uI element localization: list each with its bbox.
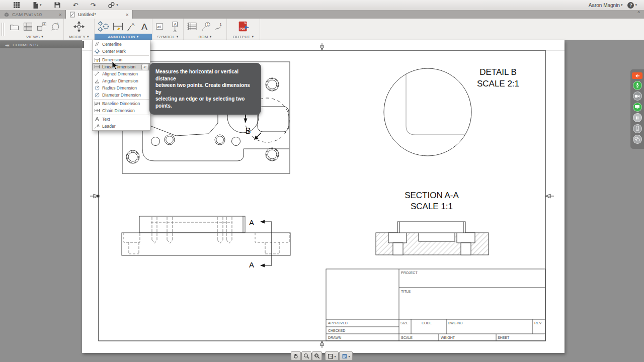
zoom-button[interactable]	[301, 351, 311, 360]
dimension-tool-icon[interactable]	[112, 20, 124, 33]
projected-view-icon[interactable]: A	[36, 21, 47, 33]
title-block[interactable]: PROJECT TITLE APPROVED CHECKED DRAWN SIZ…	[326, 269, 545, 341]
text-icon	[94, 116, 100, 122]
tb-code-label: CODE	[422, 321, 432, 325]
collapse-recorder-button[interactable]	[632, 72, 642, 79]
svg-text:1: 1	[207, 23, 209, 26]
symbol-dropdown[interactable]: SYMBOL ▾	[152, 34, 183, 40]
close-icon[interactable]: ×	[59, 12, 62, 17]
undo-button[interactable]: ↶	[73, 2, 78, 9]
menu-item-aligned-dimension[interactable]: Aligned Dimension	[93, 70, 150, 77]
ribbon-group-symbol: ⌀1 A SYMBOL ▾	[152, 19, 184, 40]
menu-item-center-mark[interactable]: Center Mark	[93, 48, 150, 55]
toolbar-grip	[0, 19, 6, 40]
arrow-left-icon	[634, 73, 640, 78]
modify-dropdown[interactable]: MODIFY ▾	[64, 34, 94, 40]
datum-icon[interactable]: A	[170, 21, 180, 33]
detail-b-view[interactable]: DETAIL B SCALE 2:1	[384, 67, 519, 156]
comments-panel-toggle[interactable]: ◀◀ COMMENTS	[0, 41, 84, 48]
pause-button[interactable]	[633, 113, 642, 122]
collapse-toolbar-chevron[interactable]: ^	[637, 11, 640, 16]
tb-sheet-label: SHEET	[498, 336, 510, 339]
screen-share-button[interactable]	[633, 103, 642, 112]
microphone-button[interactable]	[633, 81, 642, 90]
detail-view-icon[interactable]: A	[50, 21, 60, 33]
chevron-down-icon: ▾	[41, 35, 43, 39]
base-view-icon[interactable]	[23, 21, 33, 33]
user-name: Aaron Magnin	[589, 3, 620, 8]
undo-icon: ↶	[73, 2, 78, 9]
chain-dimension-icon	[94, 108, 100, 114]
folder-icon[interactable]	[9, 21, 20, 33]
app-grid-button[interactable]	[13, 2, 20, 9]
share-link-button[interactable]: ▾	[108, 2, 118, 9]
front-view[interactable]: A A	[122, 216, 290, 269]
menu-item-radius-dimension[interactable]: Radius Dimension	[93, 84, 150, 92]
view-settings-button[interactable]: ▾	[325, 351, 339, 360]
surface-texture-icon[interactable]: ⌀1	[155, 21, 167, 33]
user-menu[interactable]: Aaron Magnin ▾	[589, 3, 623, 8]
section-label-bottom: A	[249, 260, 254, 269]
menu-item-linear-dimension[interactable]: Linear Dimension ↵	[93, 63, 150, 70]
help-menu[interactable]: ? ▾	[627, 2, 637, 9]
section-view[interactable]: SECTION A-A SCALE 1:1	[376, 191, 489, 255]
linear-dimension-icon	[94, 64, 100, 70]
ribbon-group-modify: MODIFY ▾	[64, 19, 95, 40]
tb-title-label: TITLE	[401, 290, 411, 293]
move-icon[interactable]	[73, 21, 85, 33]
zoom-window-icon	[314, 353, 320, 359]
views-dropdown[interactable]: VIEWS ▾	[6, 34, 63, 40]
app-window: ▾ ↶ ↷ ▾	[0, 0, 644, 362]
redo-button[interactable]: ↷	[90, 2, 96, 9]
mouse-cursor	[112, 61, 119, 70]
tab-untitled[interactable]: Untitled* ×	[66, 10, 133, 19]
menu-item-dimension[interactable]: Dimension	[93, 56, 150, 63]
chevron-down-icon: ▾	[137, 35, 139, 39]
center-mark-tool-icon[interactable]	[98, 20, 109, 33]
chat-button[interactable]	[633, 135, 642, 144]
top-app-bar: ▾ ↶ ↷ ▾	[0, 0, 644, 11]
menu-item-diameter-dimension[interactable]: Diameter Dimension	[93, 92, 150, 99]
balloon-icon[interactable]: 1	[201, 21, 212, 33]
app-grid-icon	[13, 2, 20, 9]
bom-dropdown[interactable]: BOM ▾	[184, 34, 226, 40]
output-dropdown[interactable]: OUTPUT ▾	[227, 34, 260, 40]
angular-dimension-icon	[94, 78, 100, 84]
tab-cam-part[interactable]: CAM Part v10 ×	[0, 10, 66, 19]
pause-icon	[635, 116, 639, 120]
text-tool-icon[interactable]: A	[140, 21, 149, 33]
pan-button[interactable]	[291, 351, 301, 360]
camera-button[interactable]	[633, 92, 642, 101]
comments-label: COMMENTS	[13, 43, 38, 47]
ribbon-group-output: PDF OUTPUT ▾	[227, 19, 260, 40]
chevron-down-icon: ▾	[177, 35, 179, 39]
microphone-icon	[635, 82, 640, 88]
annotation-dropdown[interactable]: ANNOTATION ▾	[95, 34, 152, 40]
tb-drawn-label: DRAWN	[328, 336, 341, 339]
zoom-window-button[interactable]	[312, 351, 322, 360]
repeat-command-icon[interactable]: ↵	[141, 64, 149, 70]
menu-item-text[interactable]: Text	[93, 116, 150, 123]
menu-item-angular-dimension[interactable]: Angular Dimension	[93, 77, 150, 84]
tooltip-line: selecting an edge or by selecting two po…	[155, 96, 255, 109]
save-button[interactable]	[54, 2, 61, 9]
phone-button[interactable]	[633, 124, 642, 133]
ribbon-group-bom: 1 1 BOM ▾	[184, 19, 227, 40]
chat-bubbles-icon	[634, 137, 640, 142]
menu-separator	[94, 55, 149, 56]
menu-item-baseline-dimension[interactable]: Baseline Dimension	[93, 100, 150, 107]
leader-tool-icon[interactable]: A	[127, 21, 137, 33]
annotation-menu: Centerline Center Mark Dimension Linear …	[92, 40, 150, 131]
file-menu-button[interactable]: ▾	[32, 2, 42, 9]
table-icon[interactable]	[187, 21, 198, 33]
centerline-icon	[94, 41, 100, 47]
pdf-icon[interactable]: PDF	[237, 20, 250, 33]
menu-item-leader[interactable]: Leader	[93, 123, 150, 130]
menu-item-centerline[interactable]: Centerline	[93, 41, 150, 48]
menu-item-chain-dimension[interactable]: Chain Dimension	[93, 107, 150, 114]
close-icon[interactable]: ×	[126, 12, 129, 17]
display-settings-button[interactable]: ▾	[339, 351, 353, 360]
document-tab-bar: CAM Part v10 × Untitled* × ^	[0, 10, 644, 19]
renumber-icon[interactable]: 1	[214, 21, 223, 33]
radius-dimension-icon	[94, 85, 100, 91]
